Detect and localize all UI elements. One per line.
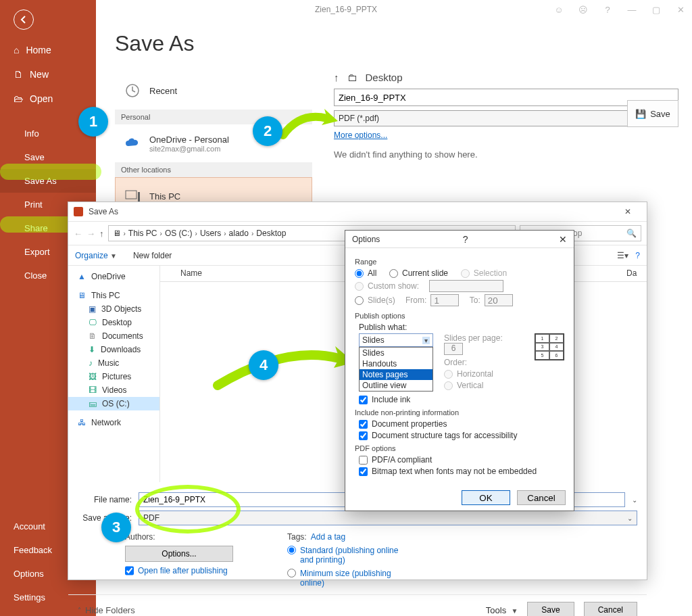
- column-date[interactable]: Da: [620, 266, 647, 281]
- docprops-checkbox[interactable]: [359, 420, 368, 429]
- help-icon[interactable]: ?: [635, 251, 640, 260]
- include-ink-checkbox[interactable]: [359, 396, 368, 404]
- tree-osc[interactable]: 🖴OS (C:): [68, 397, 159, 410]
- options-dialog-title: Options: [352, 235, 380, 244]
- hide-folders-toggle[interactable]: ˄Hide Folders: [78, 605, 135, 615]
- desktop-icon: 🖵: [89, 318, 97, 327]
- nav-back-icon[interactable]: ←: [74, 229, 82, 239]
- dialog-cancel-button[interactable]: Cancel: [584, 602, 637, 616]
- tree-documents[interactable]: 🗎Documents: [68, 329, 159, 343]
- home-icon: ⌂: [14, 45, 19, 55]
- publish-group-label: Publish options: [355, 312, 564, 320]
- organize-menu[interactable]: Organize ▼: [75, 251, 117, 260]
- callout-badge-4: 4: [249, 350, 278, 380]
- nav-new[interactable]: 🗋New: [0, 62, 96, 87]
- range-current-radio[interactable]: [389, 269, 398, 278]
- dropdown-option-outline[interactable]: Outline view: [360, 380, 432, 391]
- publish-what-select[interactable]: Slides▾: [359, 333, 433, 347]
- dialog-save-button[interactable]: Save: [527, 602, 574, 616]
- close-icon[interactable]: ✕: [674, 3, 687, 16]
- cube-icon: ▣: [89, 304, 96, 314]
- tree-onedrive[interactable]: ▲OneDrive: [68, 270, 159, 283]
- folder-tree[interactable]: ▲OneDrive 🖥This PC ▣3D Objects 🖵Desktop …: [68, 266, 160, 482]
- network-icon: 🖧: [78, 418, 86, 427]
- file-icon: 🗋: [14, 69, 23, 80]
- tree-desktop[interactable]: 🖵Desktop: [68, 316, 159, 329]
- dropdown-option-handouts[interactable]: Handouts: [360, 358, 432, 369]
- authors-label: Authors:: [125, 532, 233, 542]
- pdfopts-group-label: PDF options: [355, 444, 564, 452]
- docstruct-checkbox[interactable]: [359, 431, 368, 440]
- highlight-circle: [135, 485, 241, 534]
- window-titlebar: Zien_16-9_PPTX ☺ ☹ ? — ▢ ✕: [0, 0, 692, 19]
- tree-pictures[interactable]: 🖼Pictures: [68, 370, 159, 383]
- doc-icon: 🗎: [89, 331, 97, 341]
- up-icon[interactable]: ↑: [334, 72, 339, 83]
- nav-fwd-icon[interactable]: →: [86, 229, 95, 239]
- callout-badge-1: 1: [78, 107, 108, 137]
- nonprint-group-label: Include non-printing information: [355, 408, 564, 417]
- range-group-label: Range: [355, 258, 564, 266]
- tree-music[interactable]: ♪Music: [68, 356, 159, 370]
- window-title: Zien_16-9_PPTX: [315, 5, 377, 14]
- empty-message: We didn't find anything to show here.: [334, 149, 678, 160]
- add-tag-link[interactable]: Add a tag: [311, 532, 345, 542]
- view-menu[interactable]: ☰▾: [617, 251, 628, 260]
- svg-rect-2: [138, 192, 140, 202]
- options-close-icon[interactable]: ✕: [559, 234, 567, 245]
- face2-icon[interactable]: ☹: [577, 3, 589, 16]
- tree-downloads[interactable]: ⬇Downloads: [68, 343, 159, 356]
- tree-network[interactable]: 🖧Network: [68, 416, 159, 429]
- nav-up-icon[interactable]: ↑: [99, 229, 104, 239]
- dropdown-option-notes[interactable]: Notes pages: [360, 369, 432, 380]
- music-icon: ♪: [89, 358, 93, 368]
- face-icon[interactable]: ☺: [553, 3, 565, 16]
- maximize-icon[interactable]: ▢: [650, 3, 662, 16]
- folder-open-icon: 🗁: [14, 93, 23, 104]
- publish-what-label: Publish what:: [359, 323, 564, 332]
- location-recent[interactable]: Recent: [115, 72, 312, 110]
- custom-show-select: [429, 280, 503, 292]
- tree-thispc[interactable]: 🖥This PC: [68, 289, 159, 302]
- publish-what-dropdown[interactable]: Slides Handouts Notes pages Outline view: [359, 347, 433, 392]
- drive-icon: 🖴: [89, 399, 97, 408]
- locations-header-other: Other locations: [115, 162, 312, 177]
- video-icon: 🎞: [89, 385, 97, 395]
- options-help-icon[interactable]: ?: [463, 234, 468, 245]
- dialog-close-icon[interactable]: ✕: [614, 207, 641, 216]
- more-options-link[interactable]: More options...: [334, 131, 387, 140]
- save-breadcrumb[interactable]: ↑ 🗀 Desktop: [334, 72, 678, 83]
- save-disk-icon: 💾: [635, 109, 646, 119]
- export-options-button[interactable]: Options...: [125, 546, 233, 562]
- bitmap-checkbox[interactable]: [359, 467, 368, 476]
- tools-menu[interactable]: Tools ▼: [486, 605, 518, 615]
- download-icon: ⬇: [89, 345, 95, 354]
- layout-thumbnail-icon: 123456: [535, 333, 564, 360]
- back-button[interactable]: [14, 9, 34, 30]
- dropdown-option-slides[interactable]: Slides: [360, 348, 432, 358]
- nav-open[interactable]: 🗁Open: [0, 87, 96, 111]
- pc-icon: 🖥: [78, 291, 86, 300]
- range-slides-radio[interactable]: [355, 296, 364, 305]
- locations-column: Recent Personal OneDrive - Personalsite2…: [115, 72, 312, 215]
- help-icon[interactable]: ?: [601, 3, 614, 16]
- tree-videos[interactable]: 🎞Videos: [68, 383, 159, 397]
- open-after-checkbox[interactable]: [125, 566, 134, 575]
- cloud-icon: [124, 135, 141, 152]
- optimize-min-radio[interactable]: [287, 569, 296, 577]
- filename-label: File name:: [78, 495, 132, 504]
- options-ok-button[interactable]: OK: [462, 490, 510, 505]
- range-all-radio[interactable]: [355, 269, 364, 278]
- search-icon: 🔍: [626, 229, 637, 238]
- callout-arrow-2: [280, 108, 341, 142]
- save-button[interactable]: 💾 Save: [627, 100, 678, 127]
- pdfa-checkbox[interactable]: [359, 456, 368, 465]
- optimize-standard-radio[interactable]: [287, 546, 296, 554]
- options-cancel-button[interactable]: Cancel: [517, 490, 566, 505]
- minimize-icon[interactable]: —: [626, 3, 638, 16]
- nav-home[interactable]: ⌂Home: [0, 38, 96, 62]
- order-horiz-radio: [444, 370, 453, 379]
- callout-badge-3: 3: [101, 513, 131, 542]
- new-folder-button[interactable]: New folder: [133, 251, 172, 260]
- tree-3d[interactable]: ▣3D Objects: [68, 302, 159, 316]
